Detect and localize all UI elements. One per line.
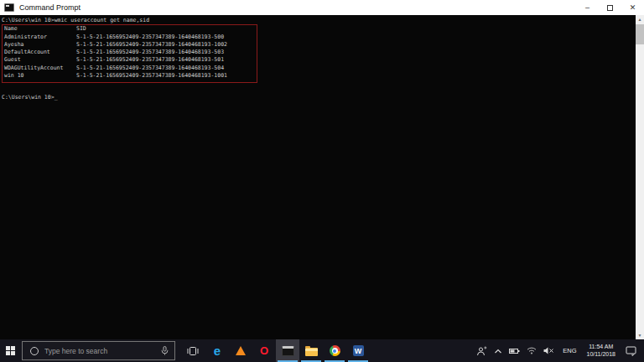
taskbar-app-chrome[interactable]	[323, 339, 346, 362]
wifi-icon	[527, 347, 537, 354]
window-title: Command Prompt	[19, 3, 80, 12]
table-row: win 10S-1-5-21-1656952409-2357347389-164…	[4, 72, 257, 80]
people-icon	[476, 346, 487, 356]
maximize-button[interactable]	[599, 0, 621, 15]
console-output: C:\Users\win 10>wmic useraccount get nam…	[0, 15, 636, 339]
account-sid: S-1-5-21-1656952409-2357347389-164046819…	[76, 56, 224, 63]
account-name: DefaultAccount	[4, 49, 76, 56]
account-name: win 10	[4, 72, 76, 80]
maximize-icon	[607, 5, 613, 11]
account-sid: S-1-5-21-1656952409-2357347389-164046819…	[76, 34, 224, 40]
command-prompt-icon	[4, 3, 14, 12]
window-titlebar: Command Prompt – ✕	[0, 0, 644, 15]
start-button[interactable]	[0, 339, 22, 362]
account-name: WDAGUtilityAccount	[4, 65, 76, 72]
table-row: DefaultAccountS-1-5-21-1656952409-235734…	[4, 49, 257, 56]
action-center-icon	[626, 346, 636, 356]
account-sid: S-1-5-21-1656952409-2357347389-164046819…	[76, 49, 224, 55]
clock-date: 10/11/2018	[586, 351, 615, 359]
table-row: AdministratorS-1-5-21-1656952409-2357347…	[4, 34, 257, 41]
task-view-button[interactable]	[180, 339, 205, 362]
command-line: C:\Users\win 10>wmic useraccount get nam…	[2, 17, 636, 24]
microphone-icon[interactable]	[161, 346, 169, 355]
text-cursor: _	[55, 94, 58, 101]
scroll-up-icon[interactable]: ▲	[636, 15, 644, 23]
prompt-text: C:\Users\win 10>	[2, 17, 55, 23]
account-sid: S-1-5-21-1656952409-2357347389-164046819…	[76, 72, 227, 79]
useraccount-table-annotation-box: NameSID AdministratorS-1-5-21-1656952409…	[2, 24, 257, 83]
battery-icon	[509, 348, 520, 354]
opera-icon: O	[260, 344, 268, 357]
account-name: Ayesha	[4, 41, 76, 49]
vlc-icon	[236, 346, 246, 355]
taskbar-search-input[interactable]: Type here to search	[22, 341, 175, 360]
account-sid: S-1-5-21-1656952409-2357347389-164046819…	[76, 65, 224, 71]
battery-status[interactable]	[506, 339, 523, 362]
action-center-button[interactable]	[621, 339, 644, 362]
word-icon: W	[353, 345, 364, 356]
language-indicator[interactable]: ENG	[558, 339, 581, 362]
clock[interactable]: 11:54 AM 10/11/2018	[581, 339, 621, 362]
account-name: Administrator	[4, 34, 76, 41]
taskbar: Type here to search e O W	[0, 339, 644, 362]
account-name: Guest	[4, 56, 76, 64]
taskbar-app-opera[interactable]: O	[252, 339, 276, 362]
task-view-icon	[187, 346, 199, 356]
people-button[interactable]	[473, 339, 491, 362]
header-name: Name	[4, 25, 76, 33]
volume-status[interactable]	[540, 339, 558, 362]
edge-icon: e	[214, 344, 221, 357]
scroll-down-icon[interactable]: ▼	[636, 331, 644, 339]
chevron-up-icon	[494, 348, 502, 354]
typed-command: wmic useraccount get name,sid	[55, 17, 150, 23]
chrome-icon	[330, 345, 340, 356]
taskbar-app-vlc[interactable]	[229, 339, 252, 362]
taskbar-app-word[interactable]: W	[346, 339, 370, 362]
minimize-button[interactable]: –	[576, 0, 599, 15]
cortana-icon	[30, 347, 39, 355]
speaker-muted-icon	[543, 347, 554, 354]
command-prompt-icon	[282, 346, 294, 356]
windows-logo-icon	[6, 346, 16, 356]
current-prompt-line[interactable]: C:\Users\win 10>_	[2, 94, 636, 101]
file-explorer-icon	[305, 348, 318, 356]
show-hidden-icons-button[interactable]	[491, 339, 506, 362]
scrollbar-thumb[interactable]	[636, 24, 644, 44]
clock-time: 11:54 AM	[586, 344, 615, 351]
table-row: GuestS-1-5-21-1656952409-2357347389-1640…	[4, 56, 257, 64]
system-tray: ENG 11:54 AM 10/11/2018	[473, 339, 644, 362]
account-sid: S-1-5-21-1656952409-2357347389-164046819…	[76, 41, 227, 48]
search-placeholder: Type here to search	[44, 347, 161, 355]
close-button[interactable]: ✕	[621, 0, 644, 15]
taskbar-app-file-explorer[interactable]	[299, 339, 323, 362]
taskbar-app-edge[interactable]: e	[205, 339, 229, 362]
table-row: WDAGUtilityAccountS-1-5-21-1656952409-23…	[4, 65, 257, 72]
console-scrollbar[interactable]: ▲ ▼	[636, 15, 644, 339]
network-status[interactable]	[523, 339, 540, 362]
header-sid: SID	[76, 25, 86, 32]
table-row: AyeshaS-1-5-21-1656952409-2357347389-164…	[4, 41, 257, 49]
taskbar-app-command-prompt[interactable]	[276, 339, 299, 362]
table-header-row: NameSID	[4, 25, 257, 33]
prompt-text: C:\Users\win 10>	[2, 94, 55, 101]
